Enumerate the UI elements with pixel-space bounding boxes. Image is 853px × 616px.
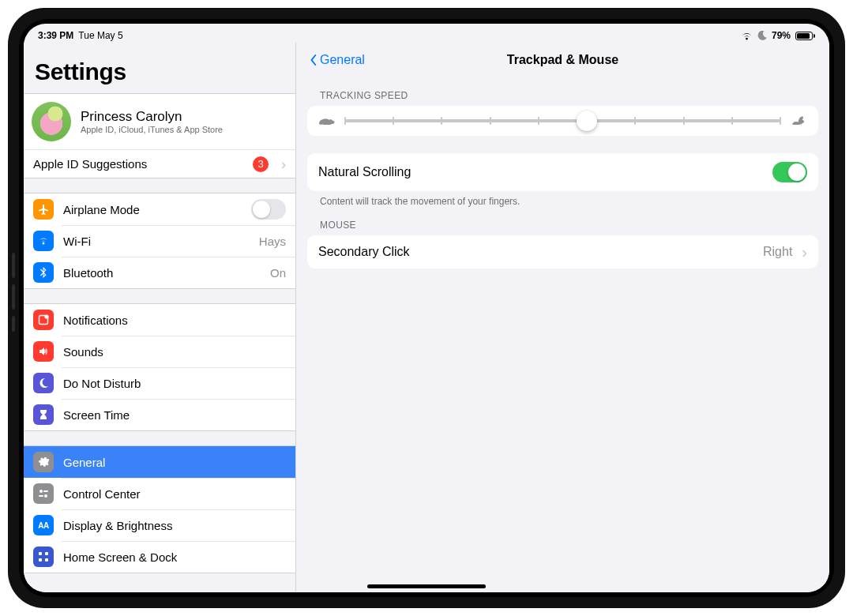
- sidebar-item-label: Home Screen & Dock: [63, 550, 177, 564]
- sidebar-item-label: Do Not Disturb: [63, 377, 141, 390]
- detail-title: Trackpad & Mouse: [296, 53, 829, 67]
- notifications-icon: [33, 310, 54, 330]
- hourglass-icon: [33, 404, 54, 425]
- sidebar-item-label: Sounds: [63, 345, 103, 359]
- sidebar-item-label: Screen Time: [63, 408, 130, 422]
- wifi-icon: [33, 231, 54, 251]
- sidebar-item-sounds[interactable]: Sounds: [24, 336, 295, 367]
- battery-icon: [795, 32, 815, 40]
- gear-icon: [33, 452, 54, 472]
- natural-scrolling-toggle[interactable]: [772, 162, 807, 182]
- text-size-icon: AA: [33, 515, 54, 535]
- sidebar-item-wifi[interactable]: Wi-Fi Hays: [24, 225, 295, 257]
- avatar: [32, 102, 71, 141]
- airplane-mode-toggle[interactable]: [251, 199, 286, 220]
- status-date: Tue May 5: [78, 30, 122, 41]
- sidebar-item-label: Control Center: [63, 487, 141, 501]
- apple-id-profile-row[interactable]: Princess Carolyn Apple ID, iCloud, iTune…: [24, 94, 295, 149]
- svg-rect-8: [39, 558, 42, 562]
- chevron-right-icon: ›: [281, 157, 286, 171]
- secondary-click-row[interactable]: Secondary Click Right ›: [307, 235, 818, 269]
- bluetooth-status-value: On: [270, 266, 286, 280]
- svg-point-1: [44, 314, 48, 318]
- sidebar-item-general[interactable]: General: [24, 446, 295, 478]
- tracking-speed-slider[interactable]: [307, 106, 818, 136]
- sidebar-item-control-center[interactable]: Control Center: [24, 478, 295, 509]
- detail-pane: General Trackpad & Mouse TRACKING SPEED …: [296, 43, 829, 592]
- grid-icon: [33, 547, 54, 567]
- sidebar-item-bluetooth[interactable]: Bluetooth On: [24, 257, 295, 288]
- sidebar-item-airplane-mode[interactable]: Airplane Mode: [24, 193, 295, 225]
- rabbit-icon: [790, 115, 807, 126]
- secondary-click-value: Right: [763, 245, 792, 259]
- svg-rect-3: [43, 490, 48, 492]
- turtle-icon: [318, 115, 336, 126]
- bluetooth-icon: [33, 262, 54, 283]
- svg-rect-9: [45, 558, 48, 562]
- battery-percentage: 79%: [772, 30, 791, 41]
- airplane-icon: [33, 199, 54, 220]
- moon-icon: [33, 373, 54, 393]
- profile-subtitle: Apple ID, iCloud, iTunes & App Store: [81, 125, 223, 134]
- chevron-left-icon: [307, 53, 318, 67]
- natural-scrolling-row[interactable]: Natural Scrolling: [307, 153, 818, 191]
- mouse-section-header: MOUSE: [296, 207, 829, 235]
- settings-sidebar: Settings Princess Carolyn Apple ID, iClo…: [24, 43, 296, 592]
- wifi-network-value: Hays: [259, 235, 286, 248]
- svg-point-2: [39, 490, 43, 493]
- status-time: 3:39 PM: [38, 30, 73, 41]
- wifi-icon: [741, 32, 753, 40]
- svg-rect-5: [39, 495, 43, 497]
- back-label: General: [320, 53, 365, 67]
- sidebar-item-display-brightness[interactable]: AA Display & Brightness: [24, 509, 295, 541]
- svg-rect-7: [45, 552, 48, 555]
- speaker-icon: [33, 341, 54, 362]
- tracking-speed-header: TRACKING SPEED: [296, 77, 829, 106]
- svg-rect-6: [39, 552, 42, 555]
- back-button[interactable]: General: [307, 53, 365, 67]
- sidebar-item-label: General: [63, 456, 105, 469]
- svg-point-4: [44, 494, 47, 498]
- moon-icon: [757, 31, 767, 40]
- sidebar-item-screen-time[interactable]: Screen Time: [24, 399, 295, 430]
- natural-scrolling-label: Natural Scrolling: [318, 165, 411, 179]
- apple-id-suggestions-row[interactable]: Apple ID Suggestions 3 ›: [24, 149, 295, 178]
- sidebar-item-label: Wi-Fi: [63, 235, 91, 248]
- sliders-icon: [33, 483, 54, 504]
- slider-thumb[interactable]: [577, 111, 597, 131]
- sidebar-item-label: Bluetooth: [63, 266, 113, 280]
- home-indicator[interactable]: [367, 584, 486, 588]
- status-bar: 3:39 PM Tue May 5 79%: [24, 24, 829, 43]
- sidebar-item-label: Display & Brightness: [63, 519, 172, 532]
- profile-name: Princess Carolyn: [81, 109, 223, 125]
- secondary-click-label: Secondary Click: [318, 245, 410, 259]
- sidebar-item-notifications[interactable]: Notifications: [24, 304, 295, 336]
- chevron-right-icon: ›: [802, 244, 807, 260]
- badge: 3: [253, 156, 269, 172]
- sidebar-item-label: Airplane Mode: [63, 203, 140, 216]
- sidebar-item-home-screen-dock[interactable]: Home Screen & Dock: [24, 541, 295, 573]
- sidebar-item-label: Notifications: [63, 314, 128, 327]
- natural-scrolling-footer: Content will track the movement of your …: [296, 191, 829, 207]
- apple-id-suggestions-label: Apple ID Suggestions: [33, 157, 147, 171]
- page-title: Settings: [24, 43, 295, 93]
- sidebar-item-do-not-disturb[interactable]: Do Not Disturb: [24, 367, 295, 399]
